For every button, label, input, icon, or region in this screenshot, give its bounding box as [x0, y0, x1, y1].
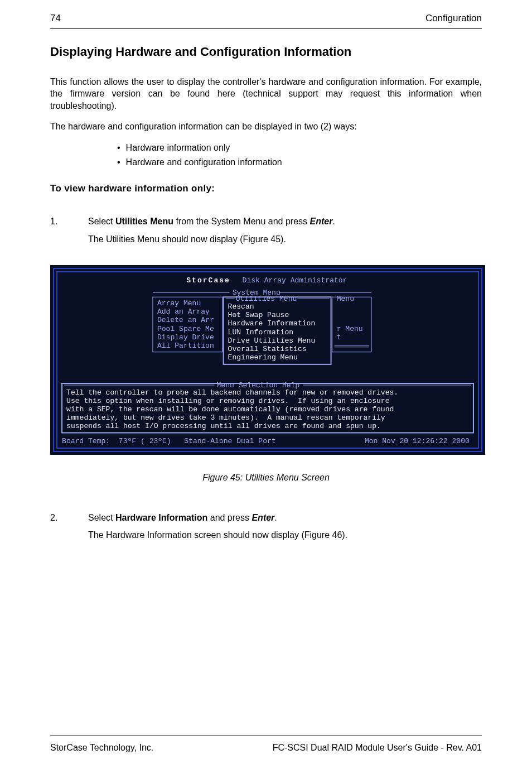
- step-1-body: Select Utilities Menu from the System Me…: [88, 215, 335, 228]
- chapter-name: Configuration: [425, 12, 482, 25]
- step-2-line2: The Hardware Information screen should n…: [88, 529, 482, 541]
- page: 74 Configuration Displaying Hardware and…: [0, 0, 532, 764]
- footer-right: FC-SCSI Dual RAID Module User's Guide - …: [273, 742, 482, 754]
- bullet-item: Hardware information only: [117, 142, 482, 154]
- status-left: Board Temp: 73ºF ( 23ºC) Stand-Alone Dua…: [62, 437, 276, 445]
- left-menu-item: Pool Spare Me: [157, 325, 214, 333]
- help-line: with a SEP, the rescan will be done auto…: [66, 406, 394, 414]
- step-number: 1.: [50, 215, 61, 228]
- left-menu-item: Display Drive: [157, 333, 214, 342]
- step-text: from the System Menu and press: [173, 217, 310, 226]
- step-number: 2.: [50, 512, 61, 524]
- console-svg: StorCase Disk Array Administrator System…: [57, 273, 478, 448]
- console-title-rest: Disk Array Administrator: [238, 276, 347, 285]
- page-number: 74: [50, 12, 61, 25]
- util-item: LUN Information: [228, 328, 293, 337]
- bullet-list: Hardware information only Hardware and c…: [50, 142, 482, 168]
- step-2-body: Select Hardware Information and press En…: [88, 512, 277, 524]
- section-title: Displaying Hardware and Configuration In…: [50, 44, 482, 60]
- step-text: .: [274, 513, 277, 522]
- util-item: Hot Swap Pause: [228, 311, 289, 320]
- help-line: Tell the controller to probe all backend…: [66, 388, 398, 397]
- console-title-bold: StorCase: [186, 276, 230, 285]
- console-border: StorCase Disk Array Administrator System…: [53, 268, 482, 452]
- step-1: 1. Select Utilities Menu from the System…: [50, 215, 482, 228]
- page-footer: StorCase Technology, Inc. FC-SCSI Dual R…: [50, 742, 482, 754]
- footer-rule: [50, 736, 482, 736]
- step-text-key: Enter: [252, 513, 274, 522]
- step-text-key: Enter: [309, 217, 332, 226]
- right-menu-label: Menu: [337, 295, 354, 304]
- paragraph-2: The hardware and configuration informati…: [50, 121, 482, 133]
- step-2: 2. Select Hardware Information and press…: [50, 512, 482, 524]
- step-text: Select: [88, 513, 115, 522]
- left-menu-item: Add an Array: [157, 308, 210, 316]
- header-rule: [50, 28, 482, 29]
- util-item: Engineering Menu: [228, 353, 298, 362]
- step-text-bold: Utilities Menu: [115, 217, 173, 226]
- right-menu-item: r Menu: [337, 325, 363, 333]
- figure-caption: Figure 45: Utilities Menu Screen: [50, 472, 482, 484]
- footer-left: StorCase Technology, Inc.: [50, 742, 153, 754]
- paragraph-1: This function allows the user to display…: [50, 76, 482, 112]
- util-item: Drive Utilities Menu: [228, 337, 316, 345]
- step-1-line2: The Utilities Menu should now display (F…: [88, 233, 482, 246]
- console-screenshot: StorCase Disk Array Administrator System…: [50, 265, 485, 455]
- help-line: suspends all host I/O processing until a…: [66, 422, 381, 431]
- left-menu-item: Delete an Arr: [157, 316, 214, 325]
- help-line: Use this option when installing or remov…: [66, 397, 389, 406]
- status-right: Mon Nov 20 12:26:22 2000: [365, 437, 470, 445]
- step-text: Select: [88, 217, 115, 226]
- right-menu-item: t: [337, 333, 341, 342]
- util-item: Overall Statistics: [228, 345, 307, 353]
- console-border-inner: StorCase Disk Array Administrator System…: [56, 271, 479, 449]
- util-item: Hardware Information: [228, 320, 316, 328]
- step-text-bold: Hardware Information: [115, 513, 207, 522]
- left-menu-item: Array Menu: [157, 300, 201, 308]
- utilities-menu-label: Utilities Menu: [236, 295, 297, 304]
- step-text: and press: [207, 513, 252, 522]
- subheading: To view hardware information only:: [50, 182, 482, 195]
- step-text: .: [332, 217, 335, 226]
- util-item: Rescan: [228, 303, 254, 311]
- left-menu-item: All Partition: [157, 342, 214, 350]
- bullet-item: Hardware and configuration information: [117, 156, 482, 169]
- page-header: 74 Configuration: [50, 12, 482, 25]
- help-line: immediately, but new drives take 3 minut…: [66, 414, 385, 422]
